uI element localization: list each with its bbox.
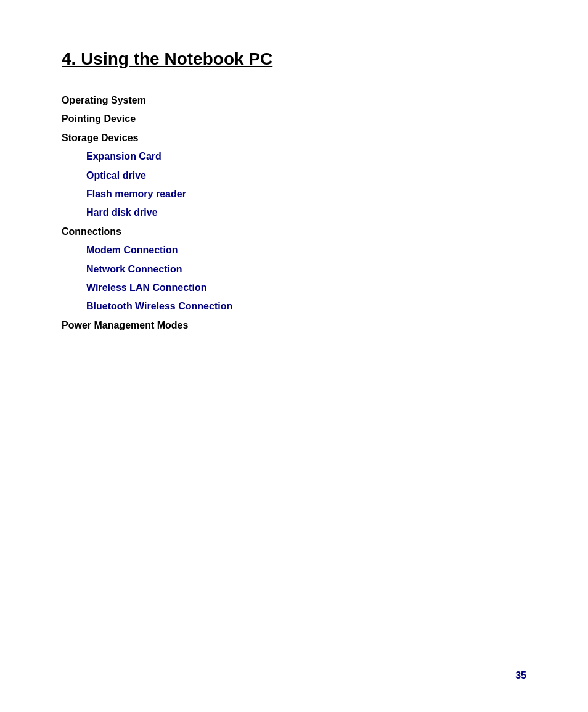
toc-item-hard-disk-drive[interactable]: Hard disk drive	[62, 203, 526, 222]
toc-item-modem-connection[interactable]: Modem Connection	[62, 241, 526, 260]
toc-item-wireless-lan-connection[interactable]: Wireless LAN Connection	[62, 279, 526, 297]
toc-item-expansion-card[interactable]: Expansion Card	[62, 147, 526, 166]
toc-item-operating-system[interactable]: Operating System	[62, 91, 526, 110]
page: 4. Using the Notebook PC Operating Syste…	[0, 0, 588, 712]
toc-item-bluetooth-wireless-connection[interactable]: Bluetooth Wireless Connection	[62, 297, 526, 316]
page-number: 35	[515, 670, 526, 681]
chapter-title: 4. Using the Notebook PC	[62, 49, 526, 69]
toc-item-power-management-modes[interactable]: Power Management Modes	[62, 316, 526, 335]
table-of-contents: Operating System Pointing Device Storage…	[62, 91, 526, 335]
toc-item-network-connection[interactable]: Network Connection	[62, 260, 526, 279]
toc-item-storage-devices[interactable]: Storage Devices	[62, 129, 526, 147]
toc-item-flash-memory-reader[interactable]: Flash memory reader	[62, 185, 526, 203]
toc-item-pointing-device[interactable]: Pointing Device	[62, 110, 526, 128]
toc-item-connections[interactable]: Connections	[62, 223, 526, 241]
toc-item-optical-drive[interactable]: Optical drive	[62, 166, 526, 185]
